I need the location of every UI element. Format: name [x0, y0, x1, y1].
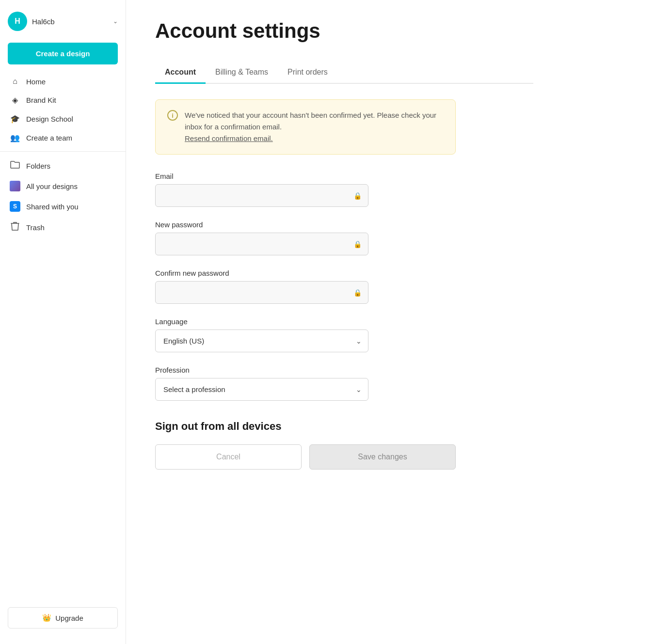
- cancel-button[interactable]: Cancel: [155, 444, 302, 470]
- sidebar-item-label: Folders: [26, 162, 50, 170]
- tab-print[interactable]: Print orders: [278, 62, 337, 84]
- upgrade-button[interactable]: 👑 Upgrade: [8, 607, 118, 628]
- email-field[interactable]: [155, 184, 368, 207]
- sign-out-section: Sign out from all devices Cancel Save ch…: [155, 420, 456, 470]
- lock-icon-password: 🔒: [353, 240, 362, 248]
- home-icon: ⌂: [10, 77, 20, 86]
- email-label: Email: [155, 172, 368, 180]
- language-label: Language: [155, 317, 368, 326]
- upgrade-label: Upgrade: [55, 614, 83, 622]
- action-buttons: Cancel Save changes: [155, 444, 456, 470]
- confirm-password-field[interactable]: [155, 281, 368, 304]
- sidebar-item-label: Brand Kit: [26, 96, 56, 104]
- sign-out-title: Sign out from all devices: [155, 420, 456, 433]
- new-password-input-wrapper: 🔒: [155, 233, 368, 255]
- create-design-button[interactable]: Create a design: [8, 43, 118, 64]
- confirm-password-section: Confirm new password 🔒: [155, 269, 368, 304]
- sidebar-header[interactable]: H Hal6cb ⌄: [0, 8, 126, 39]
- profession-select-wrapper: Select a profession Designer Marketer St…: [155, 378, 368, 401]
- all-designs-icon: [10, 181, 20, 191]
- sidebar-item-home[interactable]: ⌂ Home: [0, 72, 126, 91]
- sidebar-item-label: Trash: [26, 223, 45, 232]
- tab-account[interactable]: Account: [155, 62, 206, 84]
- lock-icon-confirm: 🔒: [353, 289, 362, 297]
- shared-icon: S: [10, 201, 20, 212]
- nav-divider: [0, 151, 126, 152]
- chevron-down-icon: ⌄: [113, 18, 118, 25]
- upgrade-icon: 👑: [42, 613, 51, 622]
- trash-icon: [10, 221, 20, 233]
- profession-select[interactable]: Select a profession Designer Marketer St…: [155, 378, 368, 401]
- alert-banner: i We've noticed that your account hasn't…: [155, 99, 456, 155]
- new-password-label: New password: [155, 220, 368, 229]
- design-school-icon: 🎓: [10, 114, 20, 124]
- sidebar-item-label: All your designs: [26, 182, 78, 190]
- tabs-container: Account Billing & Teams Print orders: [155, 62, 533, 84]
- alert-text: We've noticed that your account hasn't b…: [185, 110, 444, 144]
- new-password-section: New password 🔒: [155, 220, 368, 255]
- sidebar-item-shared[interactable]: S Shared with you: [0, 196, 126, 217]
- confirm-password-input-wrapper: 🔒: [155, 281, 368, 304]
- sidebar-item-label: Design School: [26, 115, 73, 123]
- sidebar-item-create-team[interactable]: 👥 Create a team: [0, 128, 126, 147]
- new-password-field[interactable]: [155, 233, 368, 255]
- save-changes-button[interactable]: Save changes: [309, 444, 456, 470]
- avatar: H: [8, 12, 27, 31]
- language-select[interactable]: English (US) English (UK) Spanish French…: [155, 330, 368, 352]
- tab-billing[interactable]: Billing & Teams: [206, 62, 278, 84]
- profession-section: Profession Select a profession Designer …: [155, 366, 368, 401]
- sidebar-bottom: 👑 Upgrade: [0, 599, 126, 636]
- main-content: Account settings Account Billing & Teams…: [126, 0, 562, 644]
- create-team-icon: 👥: [10, 133, 20, 142]
- sidebar: H Hal6cb ⌄ Create a design ⌂ Home ◈ Bran…: [0, 0, 126, 644]
- sidebar-item-folders[interactable]: Folders: [0, 156, 126, 176]
- confirm-password-label: Confirm new password: [155, 269, 368, 277]
- sidebar-item-design-school[interactable]: 🎓 Design School: [0, 110, 126, 128]
- username-label: Hal6cb: [32, 17, 108, 26]
- sidebar-item-brand-kit[interactable]: ◈ Brand Kit: [0, 91, 126, 110]
- email-section: Email 🔒: [155, 172, 368, 207]
- sidebar-item-trash[interactable]: Trash: [0, 217, 126, 238]
- language-section: Language English (US) English (UK) Spani…: [155, 317, 368, 352]
- resend-email-link[interactable]: Resend confirmation email.: [185, 134, 273, 142]
- sidebar-item-label: Create a team: [26, 134, 72, 142]
- profession-label: Profession: [155, 366, 368, 374]
- sidebar-item-all-designs[interactable]: All your designs: [0, 176, 126, 196]
- info-icon: i: [167, 110, 178, 121]
- language-select-wrapper: English (US) English (UK) Spanish French…: [155, 330, 368, 352]
- page-title: Account settings: [155, 19, 533, 43]
- brand-kit-icon: ◈: [10, 95, 20, 105]
- sidebar-item-label: Home: [26, 78, 46, 86]
- sidebar-item-label: Shared with you: [26, 203, 79, 211]
- lock-icon: 🔒: [353, 192, 362, 200]
- email-input-wrapper: 🔒: [155, 184, 368, 207]
- folder-icon: [10, 160, 20, 171]
